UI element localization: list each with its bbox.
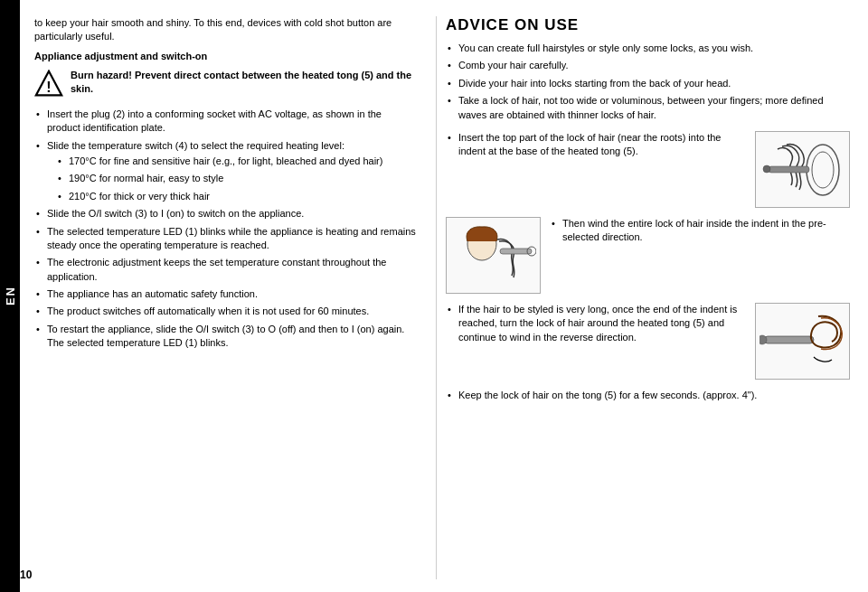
list-item: 190°C for normal hair, easy to style — [56, 172, 416, 185]
list-item: You can create full hairstyles or style … — [446, 42, 850, 55]
column-divider — [436, 16, 437, 579]
block3-list: If the hair to be styled is very long, o… — [446, 303, 746, 348]
svg-point-10 — [760, 335, 767, 344]
advice-bullet-list: You can create full hairstyles or style … — [446, 42, 850, 122]
block2-list: Then wind the entire lock of hair inside… — [550, 217, 850, 249]
svg-point-5 — [763, 165, 770, 173]
intro-text: to keep your hair smooth and shiny. To t… — [34, 16, 416, 44]
block1-list: Insert the top part of the lock of hair … — [446, 131, 746, 163]
svg-rect-9 — [764, 336, 814, 343]
main-content: to keep your hair smooth and shiny. To t… — [20, 0, 868, 592]
warning-text-bold: Burn hazard! Prevent direct contact betw… — [71, 70, 411, 94]
list-item: The electronic adjustment keeps the set … — [34, 256, 416, 284]
svg-point-3 — [812, 152, 834, 188]
list-item: To restart the appliance, slide the O/I … — [34, 323, 416, 351]
list-item: Comb your hair carefully. — [446, 59, 850, 72]
illustration-svg-3 — [760, 307, 845, 375]
list-item: Slide the O/I switch (3) to I (on) to sw… — [34, 207, 416, 221]
list-item: Take a lock of hair, not too wide or vol… — [446, 94, 850, 122]
block2-text: Then wind the entire lock of hair inside… — [550, 217, 850, 245]
list-item: The appliance has an automatic safety fu… — [34, 287, 416, 301]
instruction-block-2: Then wind the entire lock of hair inside… — [446, 217, 850, 294]
illustration-svg-2 — [450, 221, 536, 289]
list-item: Slide the temperature switch (4) to sele… — [34, 139, 416, 204]
language-label: EN — [4, 286, 17, 305]
warning-text: Burn hazard! Prevent direct contact betw… — [71, 69, 416, 97]
list-item: 170°C for fine and sensitive hair (e.g.,… — [56, 155, 416, 168]
list-item: The selected temperature LED (1) blinks … — [34, 225, 416, 253]
warning-box: ! Burn hazard! Prevent direct contact be… — [34, 69, 416, 99]
list-item: Divide your hair into locks starting fro… — [446, 77, 850, 90]
block4-list: Keep the lock of hair on the tong (5) fo… — [446, 389, 850, 402]
svg-rect-4 — [769, 166, 809, 173]
block4-text: Keep the lock of hair on the tong (5) fo… — [446, 389, 850, 402]
section-title: Appliance adjustment and switch-on — [34, 51, 416, 61]
sidebar: EN — [0, 0, 20, 592]
illustration-1 — [755, 131, 850, 208]
illustration-2 — [446, 217, 541, 294]
block1-text: Insert the top part of the lock of hair … — [446, 131, 746, 159]
instruction-block-3: If the hair to be styled is very long, o… — [446, 303, 850, 380]
advice-title: ADVICE ON USE — [446, 16, 850, 34]
list-item: 210°C for thick or very thick hair — [56, 190, 416, 203]
list-item: Insert the plug (2) into a conforming so… — [34, 108, 416, 136]
page-number: 10 — [20, 569, 32, 581]
illustration-svg-1 — [760, 136, 845, 203]
illustration-3 — [755, 303, 850, 380]
right-column: ADVICE ON USE You can create full hairst… — [440, 16, 850, 579]
instruction-block-1: Insert the top part of the lock of hair … — [446, 131, 850, 208]
svg-text:!: ! — [46, 80, 51, 95]
page: EN to keep your hair smooth and shiny. T… — [0, 0, 868, 592]
warning-icon: ! — [34, 70, 63, 99]
list-item: The product switches off automatically w… — [34, 305, 416, 318]
sub-bullet-list: 170°C for fine and sensitive hair (e.g.,… — [56, 155, 416, 203]
block3-text: If the hair to be styled is very long, o… — [446, 303, 746, 344]
left-bullet-list: Insert the plug (2) into a conforming so… — [34, 108, 416, 351]
left-column: to keep your hair smooth and shiny. To t… — [34, 16, 432, 579]
